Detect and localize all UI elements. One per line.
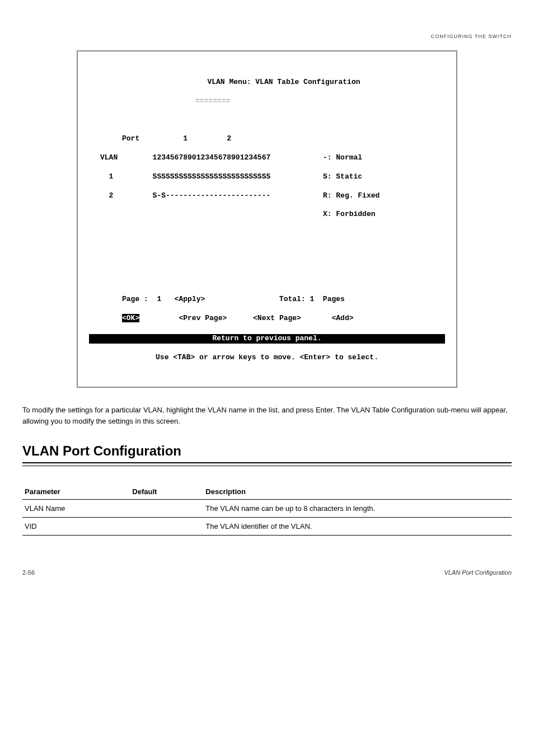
status-bar: Return to previous panel. — [89, 334, 445, 344]
table-row: VID The VLAN identifier of the VLAN. — [22, 518, 512, 536]
footer-page-number: 2-56 — [22, 569, 35, 576]
cell-default — [130, 518, 203, 536]
th-description: Description — [203, 483, 512, 500]
config-table: Parameter Default Description VLAN Name … — [22, 483, 512, 536]
cell-desc: The VLAN identifier of the VLAN. — [203, 518, 512, 536]
heading-rule-bottom — [22, 466, 512, 466]
page-footer: 2-56 VLAN Port Configuration — [22, 569, 512, 576]
th-parameter: Parameter — [22, 483, 130, 500]
cell-param: VID — [22, 518, 130, 536]
legend-forbidden: X: Forbidden — [323, 210, 376, 218]
table-row: VLAN Name The VLAN name can be up to 8 c… — [22, 500, 512, 518]
total-pages: Total: 1 Pages — [279, 295, 345, 303]
vlan-header: VLAN 123456789012345678901234567 — [100, 153, 270, 162]
vlan-row-2[interactable]: 2 S-S------------------------ — [100, 191, 270, 200]
cell-param: VLAN Name — [22, 500, 130, 518]
th-default: Default — [130, 483, 203, 500]
title-underline: ======== — [89, 97, 445, 106]
section-heading: VLAN Port Configuration — [22, 443, 512, 459]
terminal-window: VLAN Menu: VLAN Table Configuration ====… — [77, 50, 457, 388]
cell-desc: The VLAN name can be up to 8 characters … — [203, 500, 512, 518]
heading-rule-top — [22, 462, 512, 463]
legend-normal: -: Normal — [323, 153, 362, 162]
page-indicator: Page : 1 <Apply> — [100, 295, 205, 303]
cell-default — [130, 500, 203, 518]
legend-static: S: Static — [323, 172, 362, 181]
page-header-label: CONFIGURING THE SWITCH — [22, 34, 512, 39]
vlan-row-1[interactable]: 1 SSSSSSSSSSSSSSSSSSSSSSSSSSS — [100, 172, 270, 181]
footer-section-title: VLAN Port Configuration — [444, 569, 512, 576]
port-header-row: Port 1 2 — [89, 134, 445, 144]
help-line: Use <TAB> or arrow keys to move. <Enter>… — [89, 353, 445, 363]
terminal-title: VLAN Menu: VLAN Table Configuration — [89, 78, 445, 87]
ok-button[interactable]: <OK> — [122, 314, 139, 322]
body-paragraph: To modify the settings for a particular … — [22, 405, 512, 426]
legend-reg-fixed: R: Reg. Fixed — [323, 191, 380, 200]
nav-buttons[interactable]: <Prev Page> <Next Page> <Add> — [139, 314, 353, 322]
